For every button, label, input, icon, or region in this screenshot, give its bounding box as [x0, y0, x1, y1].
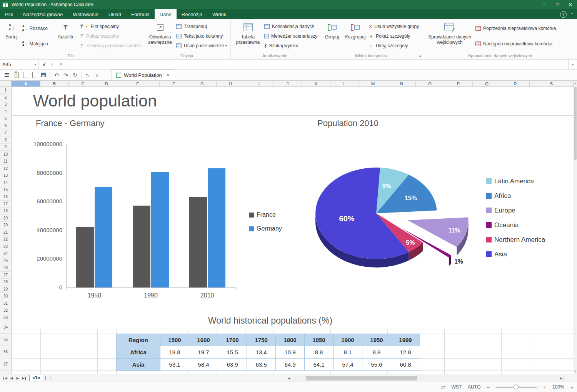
autofilter-button[interactable]: Autofiltr — [54, 21, 78, 40]
table-region-cell[interactable]: Asia — [117, 359, 160, 371]
menu-tab-widok[interactable]: Widok — [207, 9, 231, 19]
special-filter-button[interactable]: ✦ Filtr specjalny — [80, 23, 141, 30]
new-document-button[interactable] — [21, 70, 30, 80]
row-header-33[interactable]: 33 — [0, 314, 11, 321]
table-header-cell[interactable]: 1999 — [391, 334, 420, 346]
redo-button[interactable]: ↷▾ — [61, 70, 70, 80]
ribbon-collapse-button[interactable]: ^ — [571, 12, 573, 17]
column-header-A[interactable]: A — [12, 81, 40, 86]
menu-tab-plik[interactable]: Plik — [0, 9, 18, 19]
last-sheet-button[interactable]: ▶ — [21, 375, 27, 381]
row-header-13[interactable]: 13 — [0, 172, 11, 179]
row-header-18[interactable]: 18 — [0, 208, 11, 214]
row-header-19[interactable]: 19 — [0, 215, 11, 222]
table-data-cell[interactable]: 12.8 — [391, 346, 420, 359]
column-header-B[interactable]: B — [40, 81, 69, 86]
row-header-25[interactable]: 25 — [0, 257, 11, 264]
column-header-L[interactable]: L — [330, 81, 359, 86]
v-scroll-thumb[interactable] — [574, 87, 577, 160]
status-overflow-icon[interactable]: » — [570, 384, 573, 390]
hide-details-button[interactable]: – Ukryj szczegóły — [369, 42, 419, 50]
toolbar-overflow-button[interactable]: » — [92, 70, 102, 80]
row-header-36[interactable]: 36 — [0, 346, 11, 358]
first-sheet-button[interactable]: ◀ — [2, 375, 8, 381]
row-header-2[interactable]: 2 — [0, 94, 11, 101]
column-header-D[interactable]: D — [97, 81, 116, 86]
sort-descending-button[interactable]: ZA ↓ Malejąco — [22, 40, 52, 48]
row-header-6[interactable]: 6 — [0, 122, 11, 129]
row-header-35[interactable]: 35 — [0, 334, 11, 346]
auto-indicator[interactable]: AUTO — [468, 384, 480, 390]
column-header-R[interactable]: R — [501, 81, 530, 86]
formula-input[interactable] — [67, 60, 568, 69]
select-pointer-button[interactable]: ↖ — [83, 70, 92, 80]
pivot-table-button[interactable]: Tabela przestawna — [234, 21, 262, 45]
scroll-left-icon[interactable]: ◀ — [287, 377, 291, 380]
maximize-button[interactable]: □ — [551, 0, 564, 9]
show-all-button[interactable]: Pokaż wszystko — [80, 32, 141, 40]
row-header-32[interactable]: 32 — [0, 307, 11, 314]
row-header-4[interactable]: 4 — [0, 108, 11, 115]
recalculate-button[interactable]: ↻ — [70, 70, 80, 80]
row-header-8[interactable]: 8 — [0, 136, 11, 143]
goal-seek-button[interactable]: ƒ Szukaj wyniku — [264, 42, 317, 50]
table-data-cell[interactable]: 55.6 — [362, 359, 391, 371]
row-header-28[interactable]: 28 — [0, 279, 11, 286]
table-header-cell[interactable]: 1800 — [276, 334, 305, 346]
cancel-icon[interactable]: ✕ — [59, 61, 63, 67]
sort-button[interactable]: AZ ↓ Sortuj — [3, 21, 20, 40]
save-button[interactable]: ▾ — [39, 70, 48, 80]
bar-germany-1950[interactable] — [95, 187, 112, 287]
pie-chart[interactable]: 9%15%11%1%5%60% — [238, 160, 515, 275]
column-header-I[interactable]: I — [245, 81, 273, 86]
reapply-autofilter-button[interactable]: Zastosuj ponownie autofiltr — [80, 42, 141, 50]
remove-empty-rows-button[interactable]: Usuń puste wiersze ▾ — [176, 42, 228, 50]
row-header-30[interactable]: 30 — [0, 293, 11, 300]
menu-tab-recenzja[interactable]: Recenzja — [177, 9, 207, 19]
row-header-7[interactable]: 7 — [0, 130, 11, 136]
menu-tab-narz-dzia-g-wne[interactable]: Narzędzia główne — [18, 9, 68, 19]
table-data-cell[interactable]: 64.9 — [276, 359, 305, 371]
table-data-cell[interactable]: 10.9 — [276, 346, 305, 359]
document-tab-close-icon[interactable]: ✕ — [166, 73, 170, 78]
close-button[interactable]: ✕ — [564, 0, 577, 9]
insert-mode-indicator[interactable]: WST — [451, 384, 462, 390]
column-header-K[interactable]: K — [302, 81, 330, 86]
table-header-cell[interactable]: 1900 — [334, 334, 362, 346]
column-header-G[interactable]: G — [188, 81, 217, 86]
previous-invalid-cell-button[interactable]: Poprzednia nieprawidłowa komórka — [475, 25, 572, 32]
menu-tab-formu-a[interactable]: Formuła — [126, 9, 155, 19]
bar-france-1990[interactable] — [133, 206, 150, 287]
row-header-1[interactable]: 1 — [0, 87, 11, 94]
row-header-34[interactable]: 34 — [0, 321, 11, 334]
table-region-cell[interactable]: Africa — [117, 346, 160, 359]
row-header-31[interactable]: 31 — [0, 300, 11, 307]
text-to-columns-button[interactable]: Tekst jako kolumny — [176, 32, 228, 40]
column-header-C[interactable]: C — [69, 81, 97, 86]
undo-button[interactable]: ↶▾ — [52, 70, 61, 80]
column-header-M[interactable]: M — [359, 81, 387, 86]
name-box-dropdown-icon[interactable]: ▾ — [34, 63, 36, 66]
menu-button[interactable] — [2, 70, 12, 80]
function-wizard-icon[interactable]: √ — [43, 61, 45, 67]
table-data-cell[interactable]: 15.5 — [218, 346, 247, 359]
table-header-cell[interactable]: 1850 — [305, 334, 334, 346]
paste-button[interactable] — [12, 70, 21, 80]
next-invalid-cell-button[interactable]: Następna nieprawidłowa komórka — [475, 40, 572, 48]
external-references-button[interactable]: ↗ Odwołania zewnętrzne — [146, 21, 174, 45]
scenario-manager-button[interactable]: Menedżer scenariuszy — [264, 32, 317, 40]
table-data-cell[interactable]: 58.4 — [189, 359, 218, 371]
menu-tab-dane[interactable]: Dane — [155, 9, 177, 19]
bar-germany-1990[interactable] — [151, 172, 169, 287]
column-header-Q[interactable]: Q — [473, 81, 501, 86]
bar-germany-2010[interactable] — [208, 168, 225, 287]
table-header-cell[interactable]: 1700 — [218, 334, 247, 346]
table-header-cell[interactable]: 1500 — [160, 334, 189, 346]
table-header-cell[interactable]: 1950 — [362, 334, 391, 346]
row-header-9[interactable]: 9 — [0, 144, 11, 151]
bar-france-2010[interactable] — [189, 197, 207, 287]
row-header-16[interactable]: 16 — [0, 193, 11, 200]
sort-ascending-button[interactable]: AZ ↓ Rosnąco — [22, 25, 52, 32]
group-button[interactable]: Grupuj — [322, 21, 342, 40]
h-scroll-thumb[interactable] — [306, 376, 417, 380]
